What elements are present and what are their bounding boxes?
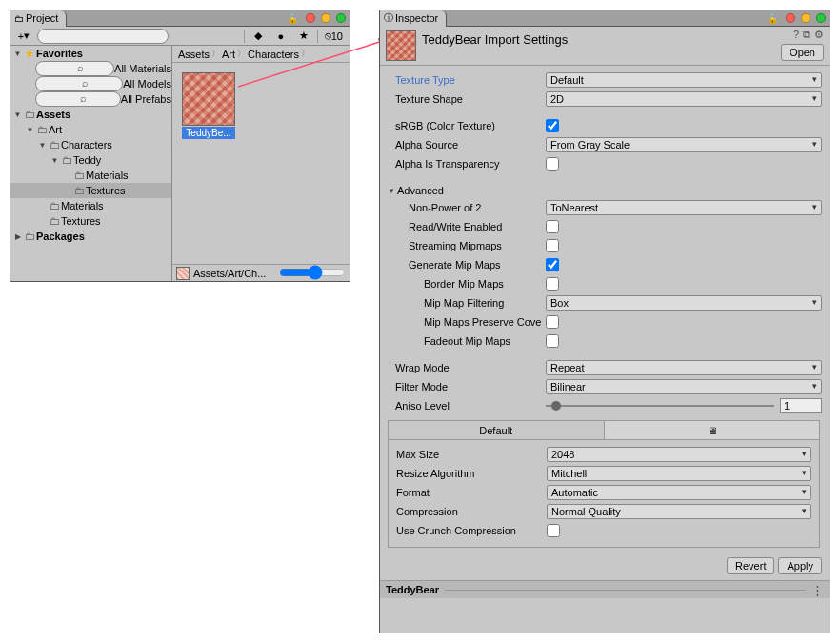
genmips-label: Generate Mip Maps [386, 259, 546, 271]
format-label: Format [396, 487, 547, 498]
asset-thumbnail[interactable]: TeddyBe... [182, 72, 235, 139]
crunch-checkbox[interactable] [547, 524, 560, 537]
thumbnail-size-slider[interactable] [279, 265, 346, 282]
status-path: Assets/Art/Ch... [193, 268, 275, 279]
tree-row[interactable]: ⌕All Prefabs [10, 91, 171, 107]
minimize-window-icon[interactable] [801, 13, 810, 23]
expand-arrow-icon[interactable] [50, 156, 60, 165]
create-button[interactable]: +▾ [14, 29, 33, 44]
tree-row[interactable]: 🗀Materials [10, 198, 171, 213]
platform-tab-standalone[interactable]: 🖥 [605, 421, 820, 439]
compression-label: Compression [396, 506, 547, 517]
tree-row[interactable]: 🗀Textures [10, 213, 171, 229]
border-checkbox[interactable] [546, 277, 559, 291]
save-search-button[interactable]: ★ [294, 29, 313, 44]
texture-thumbnail-icon [182, 72, 235, 126]
tree-row[interactable]: 🗀Teddy [10, 152, 171, 168]
streaming-checkbox[interactable] [546, 239, 559, 252]
chevron-right-icon: 〉 [301, 48, 310, 60]
aniso-slider[interactable] [546, 399, 774, 412]
npot-dropdown[interactable]: ToNearest [546, 200, 822, 215]
tree-label: Materials [86, 170, 129, 181]
srgb-checkbox[interactable] [546, 119, 559, 132]
lock-icon[interactable]: 🔒 [767, 13, 778, 24]
breadcrumb[interactable]: Assets〉Art〉Characters〉 [172, 46, 350, 63]
preserve-checkbox[interactable] [546, 315, 559, 329]
help-icon[interactable]: ? [793, 29, 799, 41]
readwrite-checkbox[interactable] [546, 220, 559, 233]
wrap-dropdown[interactable]: Repeat [546, 360, 822, 375]
search-icon: ⌕ [35, 91, 121, 107]
resize-dropdown[interactable]: Mitchell [547, 466, 811, 481]
expand-arrow-icon[interactable] [25, 126, 35, 134]
inspector-tab-label: Inspector [395, 12, 438, 24]
folder-icon: 🗀 [48, 200, 61, 211]
folder-icon: 🗀 [23, 109, 36, 120]
inspector-tabbar: ⓘ Inspector 🔒 [380, 10, 830, 27]
texture-shape-dropdown[interactable]: 2D [546, 91, 822, 107]
breadcrumb-segment[interactable]: Assets [178, 49, 210, 60]
platform-settings: Default 🖥 Max Size 2048 Resize Algorithm… [388, 420, 820, 548]
advanced-foldout[interactable]: Advanced [386, 182, 822, 199]
folder-icon: 🗀 [48, 139, 61, 151]
preview-menu-icon[interactable]: ⋮ [811, 583, 824, 597]
presets-icon[interactable]: ⧉ [803, 29, 810, 41]
folder-icon: 🗀 [72, 170, 86, 181]
apply-bar: Revert Apply [380, 552, 830, 581]
aniso-label: Aniso Level [386, 400, 546, 412]
minimize-window-icon[interactable] [321, 13, 330, 23]
preview-header[interactable]: TeddyBear ⋮ [380, 581, 830, 598]
readwrite-label: Read/Write Enabled [386, 221, 546, 232]
maximize-window-icon[interactable] [336, 13, 346, 23]
search-input[interactable] [37, 29, 169, 44]
tree-row[interactable]: 🗀Materials [10, 168, 171, 183]
chevron-right-icon: 〉 [237, 48, 246, 60]
settings-icon[interactable]: ⚙ [814, 29, 824, 41]
filter-by-type-button[interactable]: ◆ [249, 29, 268, 44]
tree-row[interactable]: 🗀Characters [10, 137, 171, 152]
expand-arrow-icon[interactable] [12, 232, 23, 241]
expand-arrow-icon[interactable] [37, 141, 48, 150]
filter-dropdown[interactable]: Bilinear [546, 379, 822, 394]
tree-row[interactable]: ⌕All Models [10, 76, 171, 91]
mipfilter-dropdown[interactable]: Box [546, 295, 822, 311]
asset-grid[interactable]: TeddyBe... [172, 63, 350, 264]
tree-row[interactable]: 🗀Assets [10, 107, 171, 122]
format-dropdown[interactable]: Automatic [547, 485, 811, 500]
texture-type-dropdown[interactable]: Default [546, 72, 822, 88]
tree-row[interactable]: 🗀Textures [10, 183, 171, 198]
breadcrumb-segment[interactable]: Characters [248, 49, 299, 60]
fadeout-checkbox[interactable] [546, 334, 559, 348]
maxsize-dropdown[interactable]: 2048 [547, 447, 811, 462]
tree-row[interactable]: ★Favorites [10, 46, 171, 61]
asset-header-thumbnail-icon [386, 30, 416, 61]
maximize-window-icon[interactable] [816, 13, 826, 23]
platform-tab-default[interactable]: Default [389, 421, 605, 439]
alpha-transparency-checkbox[interactable] [546, 157, 559, 171]
hidden-packages-button[interactable]: ⦸10 [322, 29, 346, 44]
project-tab[interactable]: 🗀 Project [10, 10, 67, 27]
alpha-source-dropdown[interactable]: From Gray Scale [546, 137, 822, 152]
filter-by-label-button[interactable]: ● [271, 29, 290, 44]
expand-arrow-icon[interactable] [12, 111, 23, 119]
aniso-field[interactable] [780, 398, 822, 413]
breadcrumb-segment[interactable]: Art [222, 49, 235, 60]
status-thumbnail-icon [176, 267, 190, 280]
project-tree[interactable]: ★Favorites⌕All Materials⌕All Models⌕All … [10, 46, 172, 281]
revert-button[interactable]: Revert [727, 557, 774, 574]
compression-dropdown[interactable]: Normal Quality [547, 504, 811, 519]
tree-row[interactable]: 🗀Art [10, 122, 171, 137]
genmips-checkbox[interactable] [546, 258, 559, 271]
apply-button[interactable]: Apply [778, 557, 822, 574]
folder-icon: 🗀 [14, 13, 24, 24]
tree-row[interactable]: 🗀Packages [10, 229, 171, 244]
close-window-icon[interactable] [786, 13, 795, 23]
open-button[interactable]: Open [781, 44, 824, 61]
folder-icon: 🗀 [72, 185, 86, 196]
lock-icon[interactable]: 🔒 [287, 13, 298, 24]
close-window-icon[interactable] [306, 13, 315, 23]
inspector-tab[interactable]: ⓘ Inspector [380, 10, 447, 27]
window-controls [306, 13, 346, 23]
tree-row[interactable]: ⌕All Materials [10, 61, 171, 76]
expand-arrow-icon[interactable] [12, 50, 23, 58]
